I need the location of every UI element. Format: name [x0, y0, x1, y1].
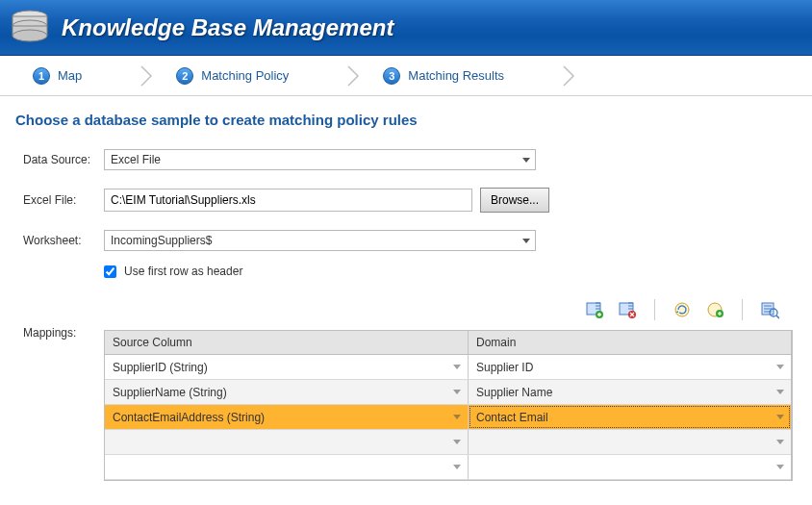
wizard-step-matching-policy[interactable]: 2 Matching Policy: [176, 67, 346, 85]
domain-cell[interactable]: Contact Email: [469, 405, 791, 429]
source-column-cell[interactable]: [105, 430, 469, 454]
step-number-badge: 3: [383, 67, 400, 85]
worksheet-label: Worksheet:: [23, 234, 104, 247]
toolbar-separator: [742, 299, 743, 320]
chevron-down-icon: [775, 463, 785, 472]
chevron-down-icon: [775, 363, 785, 372]
preview-icon[interactable]: [760, 300, 779, 319]
form-area: Data Source: Excel File Excel File: Brow…: [0, 138, 812, 481]
worksheet-select[interactable]: IncomingSuppliers$: [104, 230, 536, 251]
chevron-down-icon: [452, 413, 462, 422]
grid-row-empty[interactable]: [105, 430, 791, 455]
chevron-down-icon: [452, 388, 462, 397]
mappings-grid: Source Column Domain SupplierID (String)…: [104, 330, 793, 481]
domain-cell[interactable]: [469, 430, 791, 454]
chevron-down-icon: [775, 413, 785, 422]
toolbar-separator: [654, 299, 655, 320]
grid-row-selected[interactable]: ContactEmailAddress (String) Contact Ema…: [105, 405, 791, 430]
grid-row[interactable]: SupplierID (String) Supplier ID: [105, 355, 791, 380]
data-source-label: Data Source:: [23, 153, 104, 166]
chevron-down-icon: [452, 363, 462, 372]
step-label: Matching Policy: [201, 68, 289, 83]
wizard-step-map[interactable]: 1 Map: [33, 67, 140, 85]
remove-mapping-icon[interactable]: [618, 300, 637, 319]
domain-cell[interactable]: Supplier Name: [469, 380, 791, 404]
step-label: Matching Results: [408, 68, 504, 83]
domain-cell[interactable]: [469, 455, 791, 479]
step-number-badge: 1: [33, 67, 50, 85]
database-icon: [10, 9, 50, 47]
wizard-step-matching-results[interactable]: 3 Matching Results: [383, 67, 562, 85]
chevron-right-icon: [140, 65, 166, 87]
svg-point-4: [13, 30, 47, 41]
add-mapping-icon[interactable]: [585, 300, 604, 319]
wizard-steps: 1 Map 2 Matching Policy 3 Matching Resul…: [0, 56, 812, 96]
data-source-value: Excel File: [111, 153, 161, 166]
chevron-down-icon: [521, 155, 531, 164]
chevron-down-icon: [452, 463, 462, 472]
column-header-domain[interactable]: Domain: [469, 331, 791, 354]
chevron-down-icon: [521, 236, 531, 245]
excel-file-input[interactable]: [104, 189, 472, 212]
chevron-down-icon: [452, 438, 462, 447]
chevron-right-icon: [562, 65, 589, 87]
worksheet-value: IncomingSuppliers$: [111, 234, 212, 247]
grid-row[interactable]: SupplierName (String) Supplier Name: [105, 380, 791, 405]
data-source-select[interactable]: Excel File: [104, 149, 536, 170]
source-column-cell[interactable]: SupplierName (String): [105, 380, 469, 404]
mappings-label: Mappings:: [23, 295, 104, 340]
excel-file-label: Excel File:: [23, 193, 104, 207]
grid-header: Source Column Domain: [105, 331, 791, 355]
first-row-header-label: Use first row as header: [124, 265, 242, 278]
chevron-right-icon: [346, 65, 373, 87]
mappings-toolbar: [104, 295, 793, 324]
auto-map-icon[interactable]: [705, 300, 724, 319]
page-subtitle: Choose a database sample to create match…: [0, 96, 812, 138]
browse-button[interactable]: Browse...: [480, 188, 549, 213]
svg-point-9: [675, 303, 689, 316]
first-row-header-checkbox[interactable]: [104, 265, 116, 278]
column-header-source[interactable]: Source Column: [105, 331, 469, 354]
grid-row-empty[interactable]: [105, 455, 791, 480]
chevron-down-icon: [775, 388, 785, 397]
chevron-down-icon: [775, 438, 785, 447]
source-column-cell[interactable]: [105, 455, 469, 479]
source-column-cell[interactable]: ContactEmailAddress (String): [105, 405, 469, 429]
source-column-cell[interactable]: SupplierID (String): [105, 355, 469, 379]
app-title: Knowledge Base Management: [62, 14, 393, 41]
refresh-icon[interactable]: [672, 300, 692, 319]
app-header: Knowledge Base Management: [0, 0, 812, 56]
step-number-badge: 2: [176, 67, 193, 85]
step-label: Map: [58, 68, 82, 83]
domain-cell[interactable]: Supplier ID: [469, 355, 791, 379]
